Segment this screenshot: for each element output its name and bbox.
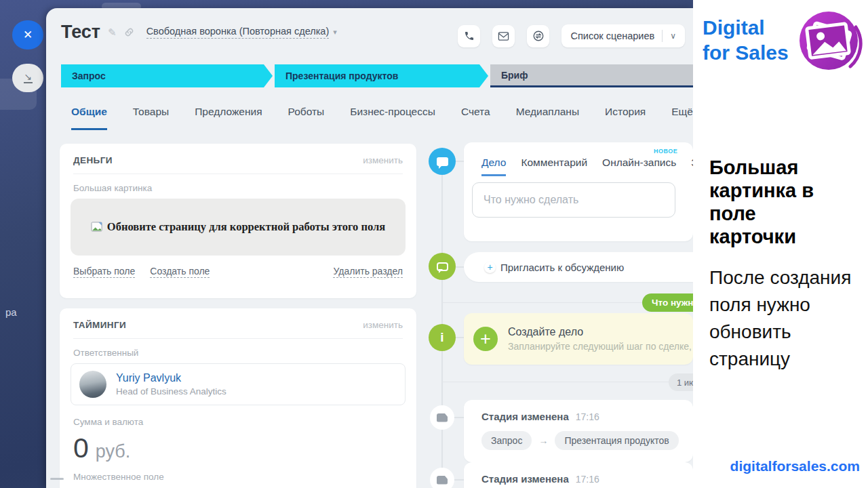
- brand-logo-icon: [795, 7, 863, 75]
- deal-stage-bar: Запрос Презентация продуктов Бриф: [61, 64, 693, 87]
- brand-line2: for Sales: [703, 40, 789, 65]
- timeline-composer-card: Дело Комментарий НОВОЕ Онлайн-запись Зво…: [464, 142, 693, 241]
- select-field-link[interactable]: Выбрать поле: [73, 266, 135, 278]
- website-link[interactable]: digitalforsales.com: [730, 458, 860, 474]
- call-button[interactable]: [458, 25, 480, 47]
- tab-quotes[interactable]: Предложения: [195, 106, 262, 130]
- funnel-caret-icon: ▾: [333, 28, 337, 37]
- responsible-user-name[interactable]: Yuriy Pavlyuk: [116, 372, 226, 384]
- chat-exchange-icon: [532, 30, 545, 42]
- info-icon: i: [440, 330, 443, 345]
- money-edit-link[interactable]: изменить: [363, 155, 403, 165]
- responsible-user-card[interactable]: Yuriy Pavlyuk Head of Business Analytics: [71, 363, 406, 405]
- chevron-down-icon: ∨: [670, 31, 676, 41]
- timeline-date-badge: 1 июня: [669, 373, 693, 391]
- tab-invoices[interactable]: Счета: [461, 106, 490, 130]
- quick-task-button[interactable]: Что нужно сделать?: [642, 293, 693, 312]
- tab-products[interactable]: Товары: [133, 106, 169, 130]
- big-picture-field-value: Обновите страницу для корректной работы …: [71, 199, 406, 256]
- tab-bizproc[interactable]: Бизнес-процессы: [350, 106, 435, 130]
- email-button[interactable]: [492, 25, 515, 47]
- stage-brif-current[interactable]: Бриф: [490, 64, 693, 87]
- amount-currency: руб.: [96, 441, 130, 462]
- new-badge: НОВОЕ: [654, 148, 677, 155]
- brand-line1: Digital: [703, 15, 789, 40]
- envelope-icon: [498, 31, 509, 41]
- hint-title: Создайте дело: [508, 326, 693, 338]
- event-title: Стадия изменена: [481, 411, 569, 422]
- refresh-warning-text: Обновите страницу для корректной работы …: [107, 220, 385, 234]
- chat-bubble-outline-icon: [437, 262, 448, 271]
- timeline-connector: [453, 479, 464, 481]
- tl-tab-online-booking[interactable]: НОВОЕ Онлайн-запись: [602, 157, 676, 176]
- stage-change-event-icon: [430, 468, 454, 488]
- create-field-link[interactable]: Создать поле: [150, 266, 210, 278]
- timings-section-title: ТАЙМИНГИ: [73, 320, 126, 330]
- multi-field-label: Множественное поле: [73, 472, 403, 482]
- screen: ра ✕ ↘ Тест ✎ Свободная воронка (Повторн…: [0, 0, 868, 488]
- timings-edit-link[interactable]: изменить: [363, 320, 403, 330]
- tl-tab-comment[interactable]: Комментарий: [521, 157, 587, 176]
- background-text-fragment: ра: [5, 306, 17, 318]
- timeline-composer-icon: [429, 148, 456, 175]
- big-picture-field-label: Большая картинка: [73, 183, 403, 193]
- add-task-button[interactable]: +: [473, 327, 498, 351]
- event-time: 17:16: [576, 474, 599, 485]
- timeline-separator: [442, 382, 693, 382]
- promo-sidebar: Digital for Sales Большая карт: [693, 0, 868, 488]
- event-title: Стадия изменена: [481, 473, 569, 485]
- stage-tag-icon: [437, 476, 448, 485]
- stage-to-pill: Презентация продуктов: [555, 431, 678, 450]
- stage-changed-event[interactable]: Стадия изменена17:16: [464, 462, 693, 488]
- stage-zapros[interactable]: Запрос: [61, 64, 273, 87]
- arrow-right-icon: →: [538, 435, 548, 446]
- money-section-title: ДЕНЬГИ: [73, 155, 113, 165]
- deal-title[interactable]: Тест: [61, 22, 100, 43]
- panel-resize-dash: [50, 478, 64, 480]
- stage-tag-icon: [437, 413, 448, 422]
- edit-pencil-icon[interactable]: ✎: [108, 26, 117, 39]
- broken-image-icon: [91, 222, 104, 233]
- promo-heading: Большая картинка в поле карточки: [709, 156, 842, 248]
- tab-history[interactable]: История: [605, 106, 646, 130]
- tl-tab-task[interactable]: Дело: [481, 157, 506, 176]
- create-task-hint-card[interactable]: + Создайте дело Запланируйте следующий ш…: [464, 313, 693, 365]
- plus-icon: +: [484, 262, 496, 273]
- tab-robots[interactable]: Роботы: [288, 106, 325, 130]
- invite-label: Пригласить к обсуждению: [500, 262, 624, 273]
- deal-header: Тест ✎ Свободная воронка (Повторная сдел…: [61, 22, 490, 43]
- task-composer-input[interactable]: [472, 182, 675, 218]
- header-actions: Список сценариев ∨: [458, 24, 685, 47]
- invite-to-discussion-button[interactable]: + Пригласить к обсуждению: [464, 252, 693, 282]
- plus-icon: +: [480, 329, 491, 350]
- open-lines-button[interactable]: [527, 25, 549, 47]
- deal-tabs: Общие Товары Предложения Роботы Бизнес-п…: [71, 106, 693, 130]
- funnel-selector[interactable]: Свободная воронка (Повторная сделка): [146, 26, 330, 39]
- tab-general[interactable]: Общие: [71, 106, 107, 130]
- divider: [73, 338, 403, 339]
- delete-section-link[interactable]: Удалить раздел: [333, 266, 403, 278]
- close-slider-button[interactable]: ✕: [12, 20, 43, 49]
- amount-value: 0: [73, 432, 89, 464]
- crm-app-background: ра ✕ ↘ Тест ✎ Свободная воронка (Повторн…: [0, 0, 693, 488]
- tab-more[interactable]: Ещё: [671, 106, 693, 130]
- responsible-field-label: Ответственный: [73, 348, 403, 358]
- brand-wordmark: Digital for Sales: [703, 15, 789, 65]
- scenarios-dropdown-button[interactable]: Список сценариев ∨: [561, 24, 685, 47]
- stage-from-pill: Запрос: [481, 431, 532, 450]
- money-section-card: ДЕНЬГИ изменить Большая картинка Обновит…: [60, 144, 416, 298]
- avatar: [79, 371, 106, 398]
- divider: [73, 174, 403, 174]
- copy-link-icon[interactable]: [124, 27, 134, 37]
- stage-presentation[interactable]: Презентация продуктов: [275, 64, 488, 87]
- scenarios-label: Список сценариев: [570, 30, 654, 41]
- deal-amount: 0 руб.: [73, 432, 403, 464]
- stage-change-event-icon: [430, 405, 454, 430]
- dock-slider-button[interactable]: ↘: [12, 64, 43, 92]
- responsible-user-role: Head of Business Analytics: [116, 386, 226, 396]
- timeline-info-icon: i: [429, 324, 456, 351]
- timeline-connector: [453, 417, 464, 418]
- promo-body-text: После создания поля нужно обновить стран…: [709, 264, 853, 373]
- stage-changed-event[interactable]: Стадия изменена17:16 Запрос → Презентаци…: [464, 400, 693, 462]
- tab-mediaplans[interactable]: Медиапланы: [516, 106, 579, 130]
